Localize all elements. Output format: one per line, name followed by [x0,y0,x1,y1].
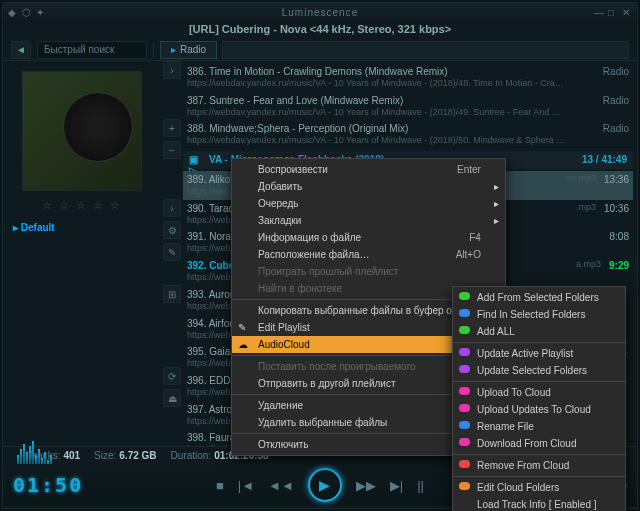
rating-stars[interactable]: ☆ ☆ ☆ ☆ ☆ [9,199,155,212]
app-title: Luminescence [282,7,358,18]
side-add-button[interactable]: + [163,119,181,137]
menu-item[interactable]: Проиграть прошлый плейлист [232,263,505,280]
side-pencil-button[interactable]: ✎ [163,243,181,261]
submenu-item[interactable]: Load Track Info [ Enabled ] [453,496,625,511]
cloud-icon [459,292,470,300]
submenu-item[interactable]: Update Active Playlist [453,345,625,362]
tool-icon[interactable]: ✦ [36,7,46,17]
submenu-item[interactable]: Upload To Cloud [453,384,625,401]
now-playing-bar: [URL] Cubering - Nova <44 kHz, Stereo, 3… [3,21,637,39]
cloud-icon [459,365,470,373]
playlist-default[interactable]: ▸ Default [13,222,151,233]
cloud-icon [459,460,470,468]
menu-item[interactable]: Расположение файла… Alt+O [232,246,505,263]
audiocloud-submenu: Add From Selected Folders Find In Select… [452,286,626,511]
ffwd-button[interactable]: ▶▶ [356,478,376,493]
toolbar: ◄ Быстрый поиск ▸Radio [3,39,637,61]
menu-item[interactable]: Добавить ▸ [232,178,505,195]
status-size: Size:6.72 GB [94,450,156,461]
cloud-icon [459,326,470,334]
side-expand-button[interactable]: › [163,61,181,79]
titlebar: ◆ ⬡ ✦ Luminescence — □ ✕ [3,3,637,21]
next-button[interactable]: ▶| [390,478,403,493]
submenu-item[interactable]: Update Selected Folders [453,362,625,379]
search-input[interactable]: Быстрый поиск [37,41,147,59]
pin-icon[interactable]: ⬡ [22,7,32,17]
tab-radio[interactable]: ▸Radio [160,41,217,59]
side-grid-button[interactable]: ⊞ [163,285,181,303]
menu-item[interactable]: Закладки ▸ [232,212,505,229]
time-display: 01:50 [13,473,98,497]
track-row[interactable]: 386. Time in Motion - Crawling Demons (M… [183,63,633,92]
submenu-item[interactable]: Remove From Cloud [453,457,625,474]
prev-list-button[interactable]: ◄ [11,41,31,59]
pencil-icon: ✎ [238,322,250,334]
submenu-item[interactable]: Find In Selected Folders [453,306,625,323]
cloud-icon [459,421,470,429]
album-art[interactable] [22,71,142,191]
folder-icon: ▣ ▷ [189,154,203,166]
menu-icon[interactable]: ◆ [8,7,18,17]
track-row[interactable]: 388. Mindwave;Sphera - Perception (Origi… [183,120,633,149]
tab-area [222,41,629,59]
cloud-icon [459,387,470,395]
minimize-icon[interactable]: — [594,7,604,17]
cloud-icon [459,438,470,446]
side-remove-button[interactable]: − [163,141,181,159]
rew-button[interactable]: ◄◄ [268,478,294,493]
equalizer-display [17,438,67,466]
submenu-item[interactable]: Edit Cloud Folders [453,479,625,496]
cloud-icon [459,482,470,490]
menu-item[interactable]: Воспроизвести Enter [232,161,505,178]
submenu-item[interactable]: Add ALL [453,323,625,340]
side-gear-button[interactable]: ⚙ [163,221,181,239]
stop-button[interactable]: ■ [216,478,224,493]
prev-button[interactable]: |◄ [238,478,254,493]
menu-item[interactable]: Информация о файле F4 [232,229,505,246]
side-cycle-button[interactable]: ⟳ [163,367,181,385]
close-icon[interactable]: ✕ [622,7,632,17]
side-eject-button[interactable]: ⏏ [163,389,181,407]
submenu-item[interactable]: Upload Updates To Cloud [453,401,625,418]
cloud-icon [459,348,470,356]
menu-item[interactable]: Очередь ▸ [232,195,505,212]
now-playing-text: [URL] Cubering - Nova <44 kHz, Stereo, 3… [189,23,451,35]
cloud-icon: ☁ [238,339,250,351]
submenu-item[interactable]: Add From Selected Folders [453,289,625,306]
cloud-icon [459,309,470,317]
pause-button[interactable]: || [417,478,424,493]
submenu-item[interactable]: Rename File [453,418,625,435]
play-button[interactable]: ▶ [308,468,342,502]
track-row[interactable]: 387. Suntree - Fear and Love (Mindwave R… [183,92,633,121]
submenu-item[interactable]: Download From Cloud [453,435,625,452]
maximize-icon[interactable]: □ [608,7,618,17]
side-chevron-button[interactable]: › [163,199,181,217]
cloud-icon [459,404,470,412]
